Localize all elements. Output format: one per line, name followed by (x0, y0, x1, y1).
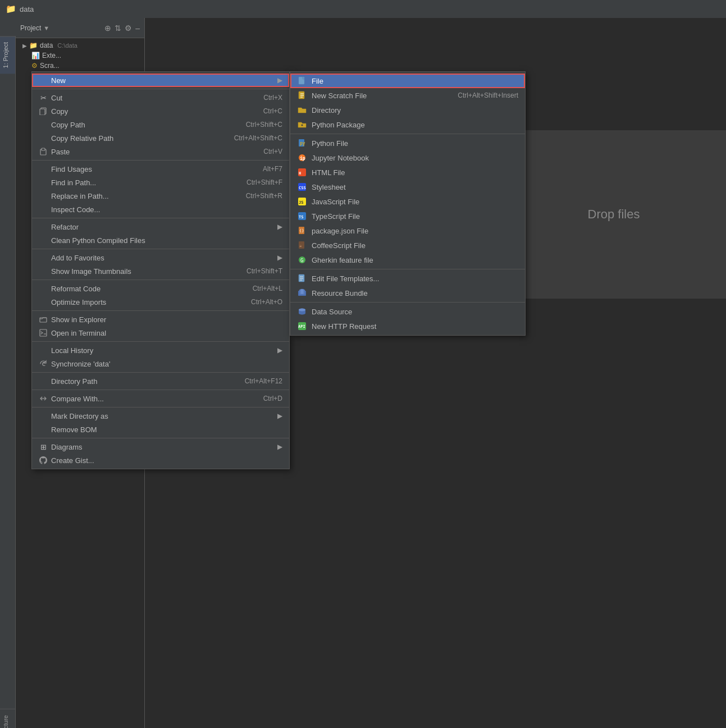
project-tab[interactable]: 1: Project (0, 36, 15, 74)
html-icon: H (297, 167, 307, 177)
sub-menu-item-python-package[interactable]: Python Package (290, 117, 525, 132)
left-vertical-tabs: 1: Project Structure (0, 36, 16, 728)
menu-item-reformat-code[interactable]: Reformat Code Ctrl+Alt+L (32, 282, 289, 295)
sub-menu-item-javascript[interactable]: JS JavaScript File (290, 194, 525, 209)
gist-icon (39, 456, 48, 464)
menu-item-copy-path[interactable]: Copy Path Ctrl+Shift+C (32, 118, 289, 131)
svg-point-40 (299, 309, 305, 312)
coffee-icon: ☕ (297, 240, 307, 250)
svg-rect-3 (42, 148, 45, 150)
diagrams-arrow: ▶ (277, 443, 282, 451)
menu-item-find-in-path[interactable]: Find in Path... Ctrl+Shift+F (32, 176, 289, 189)
sub-menu-item-resource-bundle[interactable]: Resource Bundle (290, 286, 525, 300)
menu-item-refactor[interactable]: Refactor ▶ (32, 220, 289, 233)
settings-icon[interactable]: ⚙ (125, 24, 132, 33)
gherkin-icon: G (297, 255, 307, 265)
menu-item-replace-in-path[interactable]: Replace in Path... Ctrl+Shift+R (32, 189, 289, 203)
menu-item-local-history[interactable]: Local History ▶ (32, 344, 289, 357)
project-title: Project ▼ (20, 24, 101, 32)
menu-item-copy-relative-path[interactable]: Copy Relative Path Ctrl+Alt+Shift+C (32, 131, 289, 145)
menu-item-mark-directory[interactable]: Mark Directory as ▶ (32, 409, 289, 423)
sub-menu-item-data-source[interactable]: Data Source (290, 304, 525, 319)
context-menu: New ▶ ✂ Cut Ctrl+X Copy Ctrl+C Copy Path (31, 71, 290, 469)
filter-icon[interactable]: ⇅ (115, 24, 121, 33)
ide-container: 1: Project Structure Project ▼ ⊕ ⇅ ⚙ – ▶… (0, 18, 726, 728)
separator (32, 438, 289, 438)
tree-item-data[interactable]: ▶ 📁 data C:\data (16, 40, 144, 51)
menu-item-new[interactable]: New ▶ (32, 74, 289, 87)
cut-icon: ✂ (39, 94, 48, 102)
menu-item-clean-compiled[interactable]: Clean Python Compiled Files (32, 233, 289, 247)
python-file-icon: py (297, 138, 307, 148)
menu-item-paste[interactable]: Paste Ctrl+V (32, 145, 289, 158)
sub-menu-item-typescript[interactable]: TS TypeScript File (290, 209, 525, 223)
menu-item-optimize-imports[interactable]: Optimize Imports Ctrl+Alt+O (32, 295, 289, 309)
refactor-arrow: ▶ (277, 223, 282, 231)
separator (32, 218, 289, 218)
svg-text:CSS: CSS (299, 186, 306, 190)
menu-item-show-explorer[interactable]: Show in Explorer (32, 313, 289, 326)
svg-text:☕: ☕ (299, 243, 302, 248)
target-icon[interactable]: ⊕ (104, 24, 111, 33)
svg-rect-4 (40, 318, 47, 322)
svg-point-13 (301, 124, 303, 126)
paste-icon (39, 148, 48, 155)
minimize-icon[interactable]: – (135, 24, 140, 33)
sub-menu-item-jupyter[interactable]: ip Jupyter Notebook (290, 150, 525, 165)
sub-menu-item-file[interactable]: File (290, 74, 525, 88)
separator (290, 134, 525, 134)
separator (290, 302, 525, 303)
svg-text:H: H (299, 171, 301, 176)
tree-item-scratch[interactable]: ⚙ Scra... (16, 61, 144, 71)
svg-text:{}: {} (299, 228, 304, 233)
python-package-icon (297, 120, 307, 130)
project-toolbar: Project ▼ ⊕ ⇅ ⚙ – (16, 18, 144, 38)
window-title: data (20, 5, 34, 13)
tree-item-ext[interactable]: 📊 Exte... (16, 51, 144, 61)
sub-menu-item-package-json[interactable]: {} package.json File (290, 223, 525, 238)
sub-menu-item-python-file[interactable]: py Python File (290, 136, 525, 150)
svg-text:ip: ip (300, 155, 305, 161)
separator (32, 160, 289, 161)
terminal-icon (39, 329, 48, 337)
menu-item-create-gist[interactable]: Create Gist... (32, 454, 289, 467)
menu-item-inspect-code[interactable]: Inspect Code... (32, 203, 289, 216)
menu-item-copy[interactable]: Copy Ctrl+C (32, 104, 289, 118)
menu-item-directory-path[interactable]: Directory Path Ctrl+Alt+F12 (32, 374, 289, 388)
menu-item-cut[interactable]: ✂ Cut Ctrl+X (32, 91, 289, 104)
menu-item-diagrams[interactable]: ⊞ Diagrams ▶ (32, 440, 289, 454)
sub-menu-item-stylesheet[interactable]: CSS Stylesheet (290, 180, 525, 194)
menu-item-find-usages[interactable]: Find Usages Alt+F7 (32, 162, 289, 176)
sub-menu-item-scratch[interactable]: New Scratch File Ctrl+Alt+Shift+Insert (290, 88, 525, 103)
sub-menu-item-directory[interactable]: Directory (290, 103, 525, 117)
sync-icon (39, 360, 48, 368)
sub-menu-item-edit-templates[interactable]: Edit File Templates... (290, 271, 525, 286)
menu-item-open-terminal[interactable]: Open in Terminal (32, 326, 289, 340)
sub-menu-item-http-request[interactable]: API New HTTP Request (290, 319, 525, 333)
jupyter-icon: ip (297, 153, 307, 163)
separator (32, 390, 289, 390)
menu-item-compare-with[interactable]: Compare With... Ctrl+D (32, 392, 289, 405)
sub-menu-item-gherkin[interactable]: G Gherkin feature file (290, 253, 525, 267)
menu-item-add-favorites[interactable]: Add to Favorites ▶ (32, 251, 289, 264)
separator (32, 280, 289, 280)
svg-text:py: py (300, 141, 305, 146)
diagrams-icon: ⊞ (39, 443, 48, 451)
menu-item-remove-bom[interactable]: Remove BOM (32, 423, 289, 436)
data-source-icon (297, 306, 307, 317)
separator (32, 249, 289, 249)
svg-rect-1 (40, 109, 45, 115)
file-icon (297, 76, 307, 86)
structure-tab[interactable]: Structure (0, 709, 15, 728)
title-bar: 📁 data (0, 0, 726, 18)
sub-menu-item-html[interactable]: H HTML File (290, 165, 525, 180)
ts-icon: TS (297, 211, 307, 221)
favorites-arrow: ▶ (277, 254, 282, 262)
separator (32, 89, 289, 89)
menu-item-synchronize[interactable]: Synchronize 'data' (32, 357, 289, 370)
js-icon: JS (297, 196, 307, 207)
sub-menu-item-coffeescript[interactable]: ☕ CoffeeScript File (290, 238, 525, 253)
package-json-icon: {} (297, 226, 307, 236)
svg-text:G: G (300, 258, 303, 263)
menu-item-show-thumbnails[interactable]: Show Image Thumbnails Ctrl+Shift+T (32, 264, 289, 278)
